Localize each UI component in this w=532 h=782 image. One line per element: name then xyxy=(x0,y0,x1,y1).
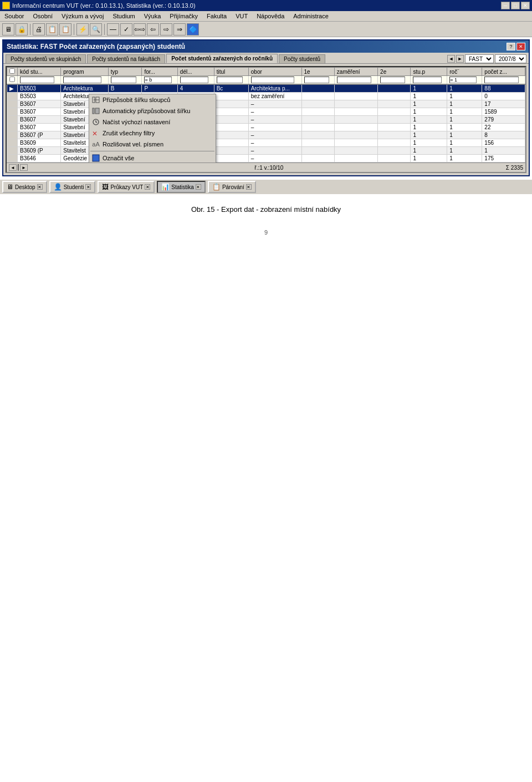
header-pocet[interactable]: počet z... xyxy=(482,68,525,76)
toolbar-btn-12[interactable]: ⇨ xyxy=(160,23,172,35)
menu-prijimacky[interactable]: Přijímačky xyxy=(167,12,200,20)
table-row[interactable]: B3607 Stavební – 1 1 22 xyxy=(7,124,525,131)
window-help-button[interactable]: ? xyxy=(507,43,515,50)
ctx-item-case[interactable]: aA Rozlišovat vel. písmen xyxy=(89,139,216,150)
minimize-button[interactable]: ─ xyxy=(501,2,510,9)
header-stup[interactable]: stu.p xyxy=(411,68,447,76)
menu-fakulta[interactable]: Fakulta xyxy=(204,12,229,20)
filter-kod[interactable] xyxy=(18,76,61,85)
header-typ[interactable]: typ xyxy=(108,68,142,76)
scroll-right-btn[interactable]: ► xyxy=(20,164,28,171)
table-row[interactable]: B3607 Stavební – 1 1 279 xyxy=(7,116,525,124)
tab-rocniku[interactable]: Počet studentů zařazených do ročníků xyxy=(166,54,278,63)
maximize-button[interactable]: □ xyxy=(511,2,520,9)
taskbar-desktop[interactable]: 🖥 Desktop ✕ xyxy=(2,181,47,193)
year-dropdown[interactable]: 2007/8 xyxy=(495,54,526,63)
filter-obor[interactable] xyxy=(248,76,301,85)
filter-delka[interactable] xyxy=(177,76,214,85)
faculty-dropdown[interactable]: FAST xyxy=(465,54,494,63)
taskbar-desktop-close[interactable]: ✕ xyxy=(37,184,43,190)
ctx-item-fit-cols[interactable]: Přizpůsobit šířku sloupců xyxy=(89,94,216,105)
header-titul[interactable]: titul xyxy=(214,68,248,76)
tab-fakultach[interactable]: Počty studentů na fakultách xyxy=(87,54,165,63)
toolbar-btn-6[interactable]: ⚡ xyxy=(76,23,89,35)
taskbar-statistika-close[interactable]: ✕ xyxy=(196,184,201,190)
filter-typ[interactable] xyxy=(108,76,142,85)
filter-stup-input[interactable] xyxy=(413,77,441,83)
filter-program[interactable] xyxy=(61,76,108,85)
menu-soubor[interactable]: Soubor xyxy=(2,12,26,20)
table-row[interactable]: B3607 Stavební – 1 1 1589 xyxy=(7,108,525,116)
ctx-item-auto-fit[interactable]: Automaticky přizpůsobovat šířku xyxy=(89,105,216,116)
toolbar-btn-7[interactable]: 🔍 xyxy=(90,23,102,35)
filter-2e[interactable] xyxy=(378,76,411,85)
header-obor[interactable]: obor xyxy=(248,68,301,76)
filter-pocet-input[interactable] xyxy=(484,77,519,83)
ctx-item-reset[interactable]: Načíst výchozí nastavení xyxy=(89,116,216,128)
header-program[interactable]: program xyxy=(61,68,108,76)
toolbar-btn-3[interactable]: 🖨 xyxy=(33,23,45,35)
ctx-item-select-all[interactable]: Označit vše xyxy=(89,153,216,163)
scroll-left-btn[interactable]: ◄ xyxy=(9,164,17,171)
filter-2e-input[interactable] xyxy=(380,77,405,83)
toolbar-btn-13[interactable]: ⇒ xyxy=(173,23,186,35)
menu-vut[interactable]: VUT xyxy=(233,12,250,20)
filter-pocet[interactable] xyxy=(482,76,525,85)
table-row[interactable]: B3607 Stavební – 1 1 17 xyxy=(7,100,525,108)
header-forma[interactable]: for... xyxy=(142,68,177,76)
filter-checkbox[interactable] xyxy=(9,77,15,82)
table-row[interactable]: ▶ B3503 Architektura B P 4 Bc Architektu… xyxy=(7,84,525,93)
taskbar-parovani-close[interactable]: ✕ xyxy=(246,184,252,190)
table-row[interactable]: B3609 Stavitelst – 1 1 15 xyxy=(7,139,525,147)
toolbar-btn-5[interactable]: 📋 xyxy=(59,23,71,35)
header-rocnik[interactable]: roč¨ xyxy=(447,68,482,76)
taskbar-prukazy[interactable]: 🖼 Průkazy VUT ✕ xyxy=(98,181,155,193)
filter-rocnik-input[interactable] xyxy=(449,77,477,83)
table-row[interactable]: B3503 Architektura bez zaměření 1 1 xyxy=(7,93,525,100)
toolbar-btn-8[interactable]: — xyxy=(107,23,119,35)
table-row[interactable]: B3609 (P Stavitelst – 1 1 xyxy=(7,147,525,155)
taskbar-prukazy-close[interactable]: ✕ xyxy=(145,184,150,190)
header-1e[interactable]: 1e xyxy=(301,68,334,76)
filter-forma-input[interactable] xyxy=(144,77,172,83)
filter-titul[interactable] xyxy=(214,76,248,85)
toolbar-btn-4[interactable]: 📋 xyxy=(46,23,58,35)
header-zamereni[interactable]: zaměření xyxy=(334,68,377,76)
menu-studium[interactable]: Studium xyxy=(110,12,137,20)
toolbar-btn-9[interactable]: ✓ xyxy=(120,23,132,35)
taskbar-statistika[interactable]: 📊 Statistika ✕ xyxy=(157,181,206,193)
filter-stup[interactable] xyxy=(411,76,447,85)
table-row[interactable]: B3646 Geodézie – 1 1 175 xyxy=(7,155,525,163)
filter-typ-input[interactable] xyxy=(111,77,137,83)
header-2e[interactable]: 2e xyxy=(378,68,411,76)
filter-zamereni[interactable] xyxy=(334,76,377,85)
menu-napoveda[interactable]: Nápověda xyxy=(254,12,287,20)
toolbar-btn-11[interactable]: ⇦ xyxy=(147,23,159,35)
filter-titul-input[interactable] xyxy=(217,77,243,83)
window-close-button[interactable]: ✕ xyxy=(516,43,525,50)
scroll-track[interactable] xyxy=(18,164,19,171)
taskbar-parovani[interactable]: 📋 Párování ✕ xyxy=(208,181,256,193)
table-row[interactable]: B3607 (P Stavební – 1 1 8 xyxy=(7,131,525,139)
filter-forma[interactable] xyxy=(142,76,177,85)
menu-administrace[interactable]: Administrace xyxy=(291,12,331,20)
toolbar-btn-10[interactable]: ⇦⇨ xyxy=(134,23,146,35)
taskbar-studenti[interactable]: 👤 Studenti ✕ xyxy=(49,181,96,193)
filter-zamereni-input[interactable] xyxy=(337,77,371,83)
menu-vyzkum[interactable]: Výzkum a vývoj xyxy=(59,12,106,20)
tab-pocty[interactable]: Počty studentů xyxy=(279,54,325,63)
filter-kod-input[interactable] xyxy=(20,77,54,83)
tab-prev-button[interactable]: ◄ xyxy=(447,55,455,63)
header-delka[interactable]: dél... xyxy=(177,68,214,76)
filter-1e[interactable] xyxy=(301,76,334,85)
tab-next-button[interactable]: ► xyxy=(456,55,464,63)
toolbar-btn-2[interactable]: 🔒 xyxy=(16,23,28,35)
close-button[interactable]: ✕ xyxy=(521,2,530,9)
filter-rocnik[interactable] xyxy=(447,76,482,85)
filter-program-input[interactable] xyxy=(63,77,101,83)
taskbar-studenti-close[interactable]: ✕ xyxy=(85,184,91,190)
filter-delka-input[interactable] xyxy=(180,77,208,83)
filter-obor-input[interactable] xyxy=(251,77,294,83)
menu-vyuka[interactable]: Výuka xyxy=(142,12,163,20)
ctx-item-clear-filter[interactable]: ✕ Zrušit všechny filtry xyxy=(89,128,216,139)
